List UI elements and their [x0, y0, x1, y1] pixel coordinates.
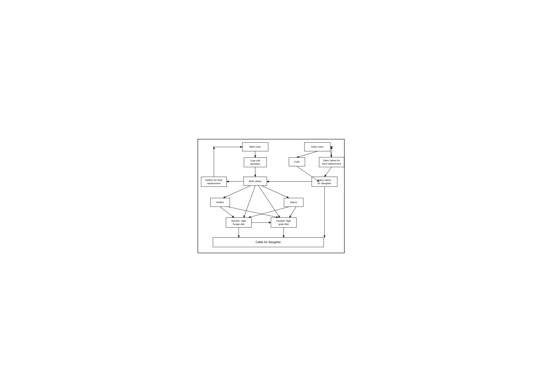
dairy-calves-slaughter-box: Dairy calvesfor slaughter — [312, 177, 337, 187]
cattle-slaughter-box: Cattle for Slaughter — [213, 237, 324, 247]
svg-line-17 — [228, 207, 278, 217]
svg-line-19 — [290, 207, 296, 217]
dairy-herd-replacement-box: Dairy calves forherd replacement — [319, 157, 344, 167]
svg-line-12 — [223, 186, 250, 198]
diagram-container: Beef cows Dairy cows Cow-calfoperation C… — [198, 139, 345, 253]
cow-calf-box: Cow-calfoperation — [244, 157, 267, 167]
stocker-box: Stocker: Highforage diet — [226, 217, 252, 228]
heifers-herd-box: Heifers for herdreplacement — [201, 177, 227, 187]
flow-arrows — [198, 139, 344, 253]
heifers-box: Heifers — [210, 198, 230, 207]
svg-line-11 — [227, 181, 244, 181]
svg-line-18 — [249, 207, 289, 217]
beef-calves-box: Beef calves — [244, 177, 267, 186]
svg-line-16 — [220, 207, 234, 217]
culls-box: Culls — [289, 157, 305, 166]
svg-line-13 — [262, 186, 289, 198]
svg-line-15 — [259, 186, 280, 217]
svg-line-5 — [297, 151, 317, 157]
svg-line-6 — [331, 151, 331, 157]
dairy-cows-box: Dairy cows — [304, 142, 331, 151]
steers-box: Steers — [284, 198, 304, 207]
svg-line-7 — [325, 167, 331, 177]
svg-line-14 — [244, 186, 255, 217]
beef-cows-box: Beef cows — [242, 142, 268, 151]
feedlot-box: Feedlot: Highgrain diet — [271, 217, 297, 228]
